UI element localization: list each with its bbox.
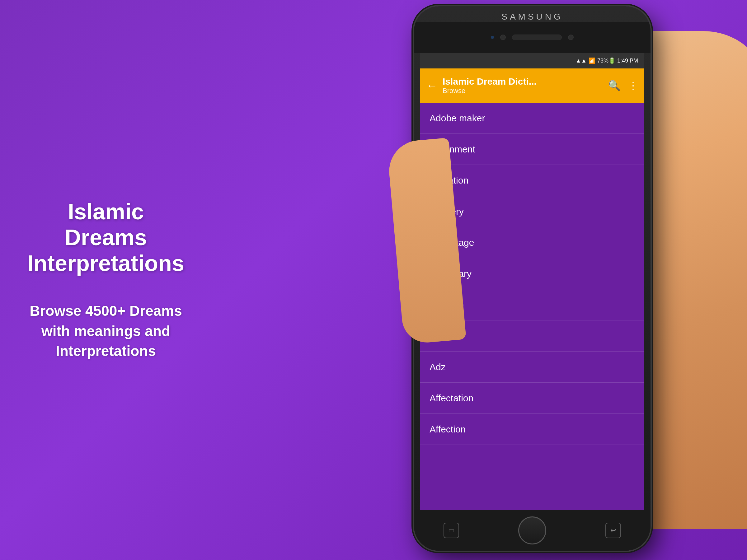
- samsung-brand: SAMSUNG: [501, 12, 563, 22]
- toolbar-title-area: Islamic Dream Dicti... Browse: [443, 76, 603, 95]
- list-item[interactable]: Affection: [420, 414, 644, 445]
- phone-top-bar: [414, 22, 650, 53]
- recent-apps-button[interactable]: ▭: [443, 523, 459, 538]
- status-bar: ▲▲ 📶 73%🔋 1:49 PM: [420, 53, 644, 69]
- search-icon[interactable]: 🔍: [608, 80, 621, 91]
- list-item[interactable]: Affectation: [420, 383, 644, 414]
- toolbar-subtitle: Browse: [443, 87, 603, 95]
- battery-text: 73%🔋: [597, 57, 615, 64]
- speaker-grille: [512, 34, 562, 40]
- app-title: Islamic Dreams Interpretations: [25, 199, 187, 276]
- time-display: 1:49 PM: [617, 58, 638, 64]
- list-item[interactable]: Adornment: [420, 134, 644, 165]
- status-icons: ▲▲ 📶 73%🔋 1:49 PM: [575, 57, 638, 64]
- list-item-text: Affectation: [430, 393, 473, 403]
- list-item[interactable]: Adulation: [420, 165, 644, 196]
- app-description: Browse 4500+ Dreams with meanings and In…: [25, 301, 187, 361]
- phone-bottom-nav: ▭ ↩: [414, 510, 650, 551]
- back-button[interactable]: ←: [427, 79, 438, 92]
- toolbar-title: Islamic Dream Dicti...: [443, 76, 603, 87]
- list-item-text: Adz: [430, 362, 446, 372]
- toolbar-icons: 🔍 ⋮: [608, 80, 638, 91]
- list-item-text: Affection: [430, 424, 466, 435]
- menu-icon[interactable]: ⋮: [628, 80, 638, 91]
- signal-icon: ▲▲: [575, 58, 587, 64]
- camera-dot-2: [568, 34, 574, 40]
- home-button[interactable]: [518, 516, 546, 544]
- back-nav-button[interactable]: ↩: [606, 523, 621, 538]
- front-camera: [500, 34, 506, 40]
- phone-wrapper: SAMSUNG ▲▲ 📶 73%🔋 1:49 PM ←: [218, 0, 747, 560]
- app-toolbar: ← Islamic Dream Dicti... Browse 🔍 ⋮: [420, 69, 644, 103]
- wifi-icon: 📶: [589, 57, 595, 64]
- list-item-text: Adobe maker: [430, 113, 485, 124]
- left-panel: Islamic Dreams Interpretations Browse 45…: [25, 199, 187, 361]
- list-item[interactable]: Adz: [420, 351, 644, 383]
- sensor-dot: [491, 36, 494, 39]
- list-item[interactable]: Adobe maker: [420, 103, 644, 134]
